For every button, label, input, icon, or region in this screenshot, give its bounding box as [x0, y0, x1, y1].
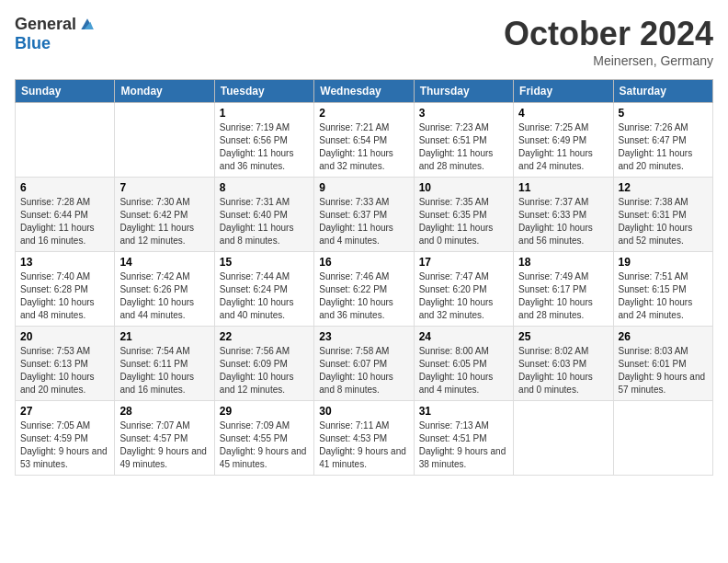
day-info: Sunrise: 7:11 AM Sunset: 4:53 PM Dayligh… [319, 419, 408, 471]
day-number: 31 [419, 405, 508, 418]
logo-icon [78, 16, 97, 34]
calendar-day-header: Saturday [613, 80, 712, 103]
calendar-cell: 12Sunrise: 7:38 AM Sunset: 6:31 PM Dayli… [613, 178, 712, 252]
logo-general-text: General [15, 15, 76, 34]
day-info: Sunrise: 8:02 AM Sunset: 6:03 PM Dayligh… [518, 345, 608, 396]
calendar-table: SundayMondayTuesdayWednesdayThursdayFrid… [15, 79, 713, 476]
calendar-cell: 10Sunrise: 7:35 AM Sunset: 6:35 PM Dayli… [414, 178, 513, 252]
day-info: Sunrise: 7:49 AM Sunset: 6:17 PM Dayligh… [518, 270, 608, 322]
day-number: 4 [518, 107, 608, 120]
day-info: Sunrise: 7:23 AM Sunset: 6:51 PM Dayligh… [419, 121, 508, 173]
day-info: Sunrise: 7:40 AM Sunset: 6:28 PM Dayligh… [20, 270, 109, 322]
day-info: Sunrise: 7:13 AM Sunset: 4:51 PM Dayligh… [419, 419, 508, 471]
calendar-cell: 30Sunrise: 7:11 AM Sunset: 4:53 PM Dayli… [314, 401, 414, 476]
calendar-cell: 25Sunrise: 8:02 AM Sunset: 6:03 PM Dayli… [514, 327, 613, 401]
day-info: Sunrise: 7:47 AM Sunset: 6:20 PM Dayligh… [419, 270, 508, 322]
day-number: 10 [419, 181, 508, 194]
day-number: 9 [319, 181, 408, 194]
day-number: 7 [119, 181, 209, 194]
calendar-cell: 19Sunrise: 7:51 AM Sunset: 6:15 PM Dayli… [613, 252, 712, 327]
calendar-cell [514, 401, 613, 476]
day-info: Sunrise: 7:21 AM Sunset: 6:54 PM Dayligh… [319, 121, 408, 173]
calendar-cell: 2Sunrise: 7:21 AM Sunset: 6:54 PM Daylig… [314, 103, 414, 178]
calendar-week-row: 1Sunrise: 7:19 AM Sunset: 6:56 PM Daylig… [16, 103, 713, 178]
calendar-day-header: Sunday [16, 80, 115, 103]
calendar-day-header: Tuesday [214, 80, 313, 103]
calendar-cell: 14Sunrise: 7:42 AM Sunset: 6:26 PM Dayli… [115, 252, 214, 327]
calendar-cell: 26Sunrise: 8:03 AM Sunset: 6:01 PM Dayli… [613, 327, 712, 401]
day-info: Sunrise: 7:28 AM Sunset: 6:44 PM Dayligh… [20, 196, 109, 247]
calendar-cell: 31Sunrise: 7:13 AM Sunset: 4:51 PM Dayli… [414, 401, 513, 476]
day-info: Sunrise: 7:31 AM Sunset: 6:40 PM Dayligh… [220, 196, 309, 247]
day-info: Sunrise: 7:19 AM Sunset: 6:56 PM Dayligh… [220, 121, 309, 173]
calendar-cell: 4Sunrise: 7:25 AM Sunset: 6:49 PM Daylig… [514, 103, 613, 178]
day-info: Sunrise: 7:51 AM Sunset: 6:15 PM Dayligh… [619, 270, 708, 322]
day-info: Sunrise: 7:38 AM Sunset: 6:31 PM Dayligh… [619, 196, 708, 247]
day-number: 29 [220, 405, 309, 418]
day-number: 18 [518, 256, 608, 269]
day-number: 3 [419, 107, 508, 120]
day-number: 2 [319, 107, 408, 120]
calendar-cell: 15Sunrise: 7:44 AM Sunset: 6:24 PM Dayli… [214, 252, 313, 327]
calendar-cell: 24Sunrise: 8:00 AM Sunset: 6:05 PM Dayli… [414, 327, 513, 401]
calendar-cell: 13Sunrise: 7:40 AM Sunset: 6:28 PM Dayli… [16, 252, 115, 327]
day-number: 11 [518, 181, 608, 194]
day-info: Sunrise: 7:26 AM Sunset: 6:47 PM Dayligh… [619, 121, 708, 173]
day-info: Sunrise: 7:53 AM Sunset: 6:13 PM Dayligh… [20, 345, 109, 396]
title-block: October 2024 Meinersen, Germany [504, 15, 713, 68]
day-number: 16 [319, 256, 408, 269]
calendar-cell: 21Sunrise: 7:54 AM Sunset: 6:11 PM Dayli… [115, 327, 214, 401]
day-number: 30 [319, 405, 408, 418]
calendar-week-row: 27Sunrise: 7:05 AM Sunset: 4:59 PM Dayli… [16, 401, 713, 476]
calendar-cell [115, 103, 214, 178]
calendar-cell: 28Sunrise: 7:07 AM Sunset: 4:57 PM Dayli… [115, 401, 214, 476]
day-info: Sunrise: 7:33 AM Sunset: 6:37 PM Dayligh… [319, 196, 408, 247]
day-number: 14 [119, 256, 209, 269]
calendar-cell: 7Sunrise: 7:30 AM Sunset: 6:42 PM Daylig… [115, 178, 214, 252]
calendar-week-row: 13Sunrise: 7:40 AM Sunset: 6:28 PM Dayli… [16, 252, 713, 327]
logo-blue-text: Blue [15, 34, 51, 53]
day-info: Sunrise: 7:44 AM Sunset: 6:24 PM Dayligh… [220, 270, 309, 322]
calendar-cell: 23Sunrise: 7:58 AM Sunset: 6:07 PM Dayli… [314, 327, 414, 401]
calendar-cell: 9Sunrise: 7:33 AM Sunset: 6:37 PM Daylig… [314, 178, 414, 252]
calendar-cell: 17Sunrise: 7:47 AM Sunset: 6:20 PM Dayli… [414, 252, 513, 327]
day-number: 19 [619, 256, 708, 269]
day-number: 1 [220, 107, 309, 120]
day-number: 12 [619, 181, 708, 194]
day-info: Sunrise: 8:03 AM Sunset: 6:01 PM Dayligh… [619, 345, 708, 396]
day-number: 8 [220, 181, 309, 194]
day-info: Sunrise: 7:58 AM Sunset: 6:07 PM Dayligh… [319, 345, 408, 396]
day-info: Sunrise: 7:30 AM Sunset: 6:42 PM Dayligh… [119, 196, 209, 247]
day-info: Sunrise: 8:00 AM Sunset: 6:05 PM Dayligh… [419, 345, 508, 396]
calendar-cell: 6Sunrise: 7:28 AM Sunset: 6:44 PM Daylig… [16, 178, 115, 252]
calendar-day-header: Thursday [414, 80, 513, 103]
day-info: Sunrise: 7:07 AM Sunset: 4:57 PM Dayligh… [119, 419, 209, 471]
day-number: 28 [119, 405, 209, 418]
calendar-cell [613, 401, 712, 476]
calendar-cell: 8Sunrise: 7:31 AM Sunset: 6:40 PM Daylig… [214, 178, 313, 252]
day-info: Sunrise: 7:35 AM Sunset: 6:35 PM Dayligh… [419, 196, 508, 247]
calendar-cell: 3Sunrise: 7:23 AM Sunset: 6:51 PM Daylig… [414, 103, 513, 178]
day-info: Sunrise: 7:09 AM Sunset: 4:55 PM Dayligh… [220, 419, 309, 471]
day-info: Sunrise: 7:05 AM Sunset: 4:59 PM Dayligh… [20, 419, 109, 471]
calendar-day-header: Friday [514, 80, 613, 103]
calendar-cell: 29Sunrise: 7:09 AM Sunset: 4:55 PM Dayli… [214, 401, 313, 476]
calendar-week-row: 20Sunrise: 7:53 AM Sunset: 6:13 PM Dayli… [16, 327, 713, 401]
calendar-header-row: SundayMondayTuesdayWednesdayThursdayFrid… [16, 80, 713, 103]
calendar-cell: 11Sunrise: 7:37 AM Sunset: 6:33 PM Dayli… [514, 178, 613, 252]
day-info: Sunrise: 7:46 AM Sunset: 6:22 PM Dayligh… [319, 270, 408, 322]
page-header: General Blue October 2024 Meinersen, Ger… [15, 15, 713, 68]
day-number: 25 [518, 330, 608, 343]
day-number: 23 [319, 330, 408, 343]
calendar-cell: 18Sunrise: 7:49 AM Sunset: 6:17 PM Dayli… [514, 252, 613, 327]
day-info: Sunrise: 7:56 AM Sunset: 6:09 PM Dayligh… [220, 345, 309, 396]
day-number: 21 [119, 330, 209, 343]
day-number: 5 [619, 107, 708, 120]
logo: General Blue [15, 15, 97, 53]
day-info: Sunrise: 7:54 AM Sunset: 6:11 PM Dayligh… [119, 345, 209, 396]
day-info: Sunrise: 7:25 AM Sunset: 6:49 PM Dayligh… [518, 121, 608, 173]
day-number: 24 [419, 330, 508, 343]
day-number: 22 [220, 330, 309, 343]
calendar-cell: 5Sunrise: 7:26 AM Sunset: 6:47 PM Daylig… [613, 103, 712, 178]
day-number: 13 [20, 256, 109, 269]
